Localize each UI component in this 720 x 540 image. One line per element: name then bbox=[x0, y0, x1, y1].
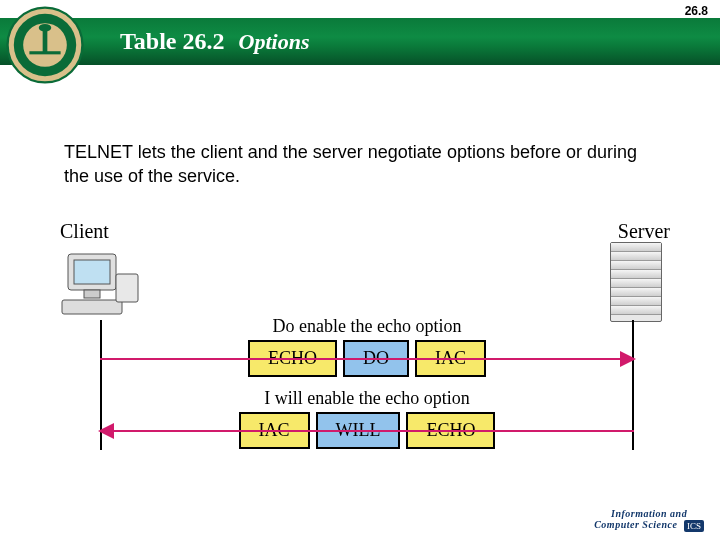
client-label: Client bbox=[60, 220, 109, 243]
footer-department-logo: Information and Computer Science ICS bbox=[594, 508, 704, 532]
svg-rect-9 bbox=[62, 300, 122, 314]
footer-badge-icon: ICS bbox=[684, 520, 704, 532]
page-number: 26.8 bbox=[685, 4, 708, 18]
negotiation-diagram: Client Server Do enable the echo option … bbox=[40, 220, 680, 460]
response-arrow-row: I will enable the echo option IAC WILL E… bbox=[100, 392, 634, 452]
svg-rect-8 bbox=[84, 290, 100, 298]
request-arrow-row: Do enable the echo option ECHO DO IAC bbox=[100, 320, 634, 380]
table-reference: Table 26.2 bbox=[120, 28, 224, 54]
slide-title: Table 26.2 Options bbox=[120, 28, 310, 55]
server-rack-icon bbox=[610, 242, 662, 322]
request-label: Do enable the echo option bbox=[100, 316, 634, 337]
client-pc-icon bbox=[60, 250, 140, 320]
svg-rect-7 bbox=[74, 260, 110, 284]
university-seal-icon bbox=[6, 6, 84, 84]
server-label: Server bbox=[618, 220, 670, 243]
body-paragraph: TELNET lets the client and the server ne… bbox=[64, 140, 660, 189]
arrow-head-right-icon bbox=[620, 351, 636, 367]
response-label: I will enable the echo option bbox=[100, 388, 634, 409]
arrow-line bbox=[100, 358, 634, 360]
arrow-line bbox=[100, 430, 634, 432]
title-subtitle: Options bbox=[239, 29, 310, 54]
footer-line2: Computer Science bbox=[594, 519, 677, 530]
arrow-head-left-icon bbox=[98, 423, 114, 439]
svg-point-5 bbox=[39, 24, 51, 32]
svg-rect-10 bbox=[116, 274, 138, 302]
svg-rect-4 bbox=[43, 29, 48, 52]
header-bar bbox=[0, 18, 720, 68]
footer-line1: Information and bbox=[611, 508, 687, 519]
